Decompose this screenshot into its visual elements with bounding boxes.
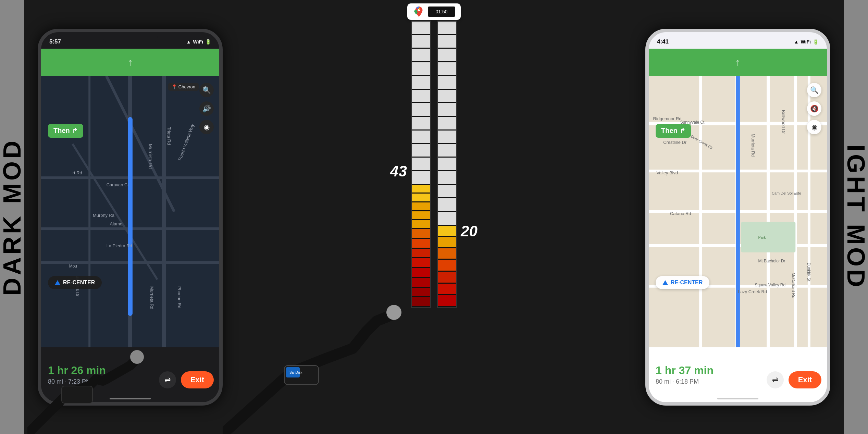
right-battery-icon: 🔋 — [813, 39, 819, 45]
left-nav-arrow: ↑ — [123, 55, 137, 69]
left-battery-icon: 🔋 — [205, 39, 211, 45]
left-wifi-icon: WiFi — [193, 39, 203, 45]
svg-text:Dunkirk St: Dunkirk St — [806, 262, 811, 281]
right-routes-button[interactable]: ⇌ — [767, 371, 784, 388]
right-bottom-nav: 1 hr 37 min 80 mi · 6:18 PM ⇌ Exit — [649, 347, 827, 402]
svg-text:Cam Del Sol Este: Cam Del Sol Este — [772, 191, 801, 195]
left-then-arrow: ↱ — [72, 127, 78, 135]
left-recenter-label: RE-CENTER — [63, 280, 95, 286]
svg-text:Phoebe Rd: Phoebe Rd — [177, 286, 182, 308]
left-status-icons: ▲ WiFi 🔋 — [186, 39, 211, 45]
left-recenter-icon — [55, 280, 60, 285]
right-home-indicator — [717, 398, 758, 399]
right-signal-icon: ▲ — [794, 39, 799, 45]
right-map[interactable]: Ridgemoor Rd Murrieta Rd Bellwood Dr Cre… — [649, 76, 827, 347]
left-poi-label: Chevron — [178, 84, 195, 89]
left-nav-actions: ⇌ Exit — [159, 371, 214, 388]
right-side-label: IGHT MOD — [844, 0, 868, 434]
left-signal-icon: ▲ — [186, 39, 191, 45]
svg-text:Catano Rd: Catano Rd — [670, 211, 691, 216]
left-routes-button[interactable]: ⇌ — [159, 371, 176, 388]
right-recenter-icon — [662, 280, 668, 285]
left-then-label: Then — [53, 127, 70, 135]
right-wifi-icon: WiFi — [801, 39, 811, 45]
right-status-time: 4:41 — [657, 38, 669, 45]
left-nav-bar: ↑ — [41, 49, 219, 76]
svg-text:Mou: Mou — [69, 264, 77, 269]
left-recenter-button[interactable]: RE-CENTER — [48, 276, 102, 289]
right-nav-arrow: ↑ — [731, 55, 745, 69]
gmaps-logo-container: 01:50 — [407, 3, 461, 20]
svg-text:Crestline Dr: Crestline Dr — [663, 140, 687, 145]
left-status-time: 5:57 — [49, 38, 61, 45]
svg-text:Squaw Valley Rd: Squaw Valley Rd — [755, 282, 786, 287]
svg-text:Valley Blvd: Valley Blvd — [656, 170, 678, 175]
svg-text:Lazy Creek Rd: Lazy Creek Rd — [738, 289, 767, 294]
left-phone-wrapper: 5:57 ▲ WiFi 🔋 ↑ — [24, 0, 236, 434]
right-phone-wrapper: 4:41 ▲ WiFi 🔋 ↑ — [632, 0, 844, 434]
svg-text:Park: Park — [758, 235, 766, 239]
svg-rect-47 — [741, 222, 795, 252]
svg-text:Murrieta Rd: Murrieta Rd — [751, 134, 756, 157]
left-poi-chevron: 📍 Chevron — [168, 83, 199, 91]
right-recenter-label: RE-CENTER — [671, 280, 703, 286]
left-sound-control[interactable]: 🔊 — [199, 101, 214, 116]
left-notch — [103, 32, 158, 43]
left-bottom-nav: 1 hr 26 min 80 mi · 7:23 PM ⇌ Exit — [41, 347, 219, 402]
svg-text:Bellwood Dr: Bellwood Dr — [781, 110, 786, 134]
left-iphone: 5:57 ▲ WiFi 🔋 ↑ — [38, 29, 223, 406]
timer-display: 01:50 — [428, 7, 455, 17]
svg-text:Trieta Rd: Trieta Rd — [166, 127, 172, 145]
left-map[interactable]: Murrieta Rd Trieta Rd Puerto Vallarta Wa… — [41, 76, 219, 347]
gauge-container: 43 — [411, 21, 457, 308]
svg-text:McCalliard Rd: McCalliard Rd — [791, 273, 796, 298]
left-map-svg: Murrieta Rd Trieta Rd Puerto Vallarta Wa… — [41, 76, 219, 347]
right-then-label: Then — [661, 127, 678, 135]
svg-text:Ridgemoor Rd: Ridgemoor Rd — [653, 116, 682, 121]
right-nav-actions: ⇌ Exit — [767, 371, 821, 388]
left-side-label: DARK MOD — [0, 0, 24, 434]
gmaps-logo-svg — [413, 5, 425, 18]
svg-text:Murphy Ra: Murphy Ra — [93, 212, 115, 218]
left-gauge: 43 — [411, 21, 431, 308]
right-then-arrow: ↱ — [680, 127, 685, 135]
right-location-control[interactable]: ◉ — [807, 120, 821, 134]
gauge-number-20: 20 — [461, 223, 478, 240]
right-recenter-button[interactable]: RE-CENTER — [656, 276, 709, 289]
svg-text:Caravan Ct: Caravan Ct — [107, 182, 129, 187]
svg-text:rt Rd: rt Rd — [73, 170, 82, 175]
right-exit-button[interactable]: Exit — [789, 371, 821, 388]
right-search-control[interactable]: 🔍 — [807, 83, 821, 97]
svg-text:Murrieta Rd: Murrieta Rd — [149, 286, 154, 309]
right-nav-bar: ↑ — [649, 49, 827, 76]
right-notch — [710, 32, 765, 43]
svg-text:La Piedra Rd: La Piedra Rd — [107, 243, 132, 248]
right-then-badge: Then ↱ — [656, 124, 691, 138]
right-status-icons: ▲ WiFi 🔋 — [794, 39, 819, 45]
right-map-svg: Ridgemoor Rd Murrieta Rd Bellwood Dr Cre… — [649, 76, 827, 347]
right-iphone: 4:41 ▲ WiFi 🔋 ↑ — [645, 29, 830, 406]
left-location-control[interactable]: ◉ — [199, 120, 214, 134]
right-gauge: 20 — [437, 21, 457, 308]
left-exit-button[interactable]: Exit — [181, 371, 214, 388]
left-search-control[interactable]: 🔍 — [199, 83, 214, 97]
left-then-badge: Then ↱ — [48, 124, 83, 138]
left-home-indicator — [110, 398, 151, 399]
left-gauge-bar — [411, 21, 431, 308]
center-area: 01:50 — [236, 0, 632, 434]
svg-text:Mt Bachelor Dr: Mt Bachelor Dr — [758, 259, 785, 263]
svg-text:Alamo: Alamo — [110, 221, 122, 226]
gauge-number-43: 43 — [390, 163, 407, 180]
right-sound-control[interactable]: 🔇 — [807, 101, 821, 116]
right-gauge-bar — [437, 21, 457, 308]
left-poi-pin: 📍 — [172, 84, 177, 89]
svg-text:Murrieta Rd: Murrieta Rd — [148, 144, 153, 168]
